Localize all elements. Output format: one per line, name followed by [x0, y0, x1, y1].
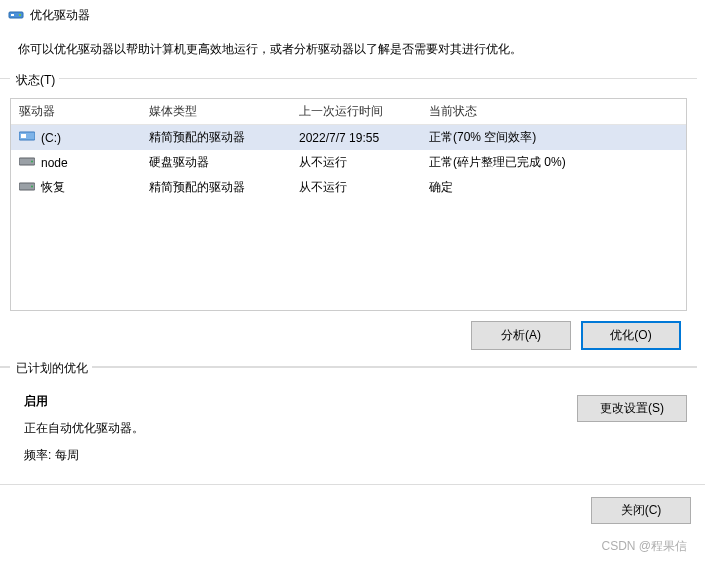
header-media[interactable]: 媒体类型 — [141, 99, 291, 124]
drive-hdd-icon — [19, 154, 35, 171]
change-settings-button[interactable]: 更改设置(S) — [577, 395, 687, 422]
drive-name: (C:) — [41, 131, 61, 145]
status-group: 状态(T) 驱动器 媒体类型 上一次运行时间 当前状态 (C:) 精简预配的驱动… — [0, 78, 697, 367]
analyze-button[interactable]: 分析(A) — [471, 321, 571, 350]
last-run: 从不运行 — [291, 150, 421, 175]
title-bar: 优化驱动器 — [0, 0, 705, 31]
close-button[interactable]: 关闭(C) — [591, 497, 691, 524]
drive-row[interactable]: 恢复 精简预配的驱动器 从不运行 确定 — [11, 175, 686, 200]
drive-row[interactable]: node 硬盘驱动器 从不运行 正常(碎片整理已完成 0%) — [11, 150, 686, 175]
last-run: 从不运行 — [291, 175, 421, 200]
schedule-group-label: 已计划的优化 — [10, 361, 92, 375]
current-status: 正常(70% 空间效率) — [421, 125, 686, 150]
app-icon — [8, 6, 24, 25]
media-type: 精简预配的驱动器 — [141, 175, 291, 200]
schedule-group: 已计划的优化 启用 正在自动优化驱动器。 频率: 每周 更改设置(S) — [0, 367, 697, 484]
window-title: 优化驱动器 — [30, 7, 90, 24]
drive-row[interactable]: (C:) 精简预配的驱动器 2022/7/7 19:55 正常(70% 空间效率… — [11, 125, 686, 150]
watermark: CSDN @程果信 — [601, 538, 687, 555]
schedule-enabled-label: 启用 — [24, 393, 144, 410]
list-body: (C:) 精简预配的驱动器 2022/7/7 19:55 正常(70% 空间效率… — [11, 125, 686, 200]
svg-point-2 — [19, 14, 21, 16]
last-run: 2022/7/7 19:55 — [291, 127, 421, 149]
current-status: 确定 — [421, 175, 686, 200]
header-drive[interactable]: 驱动器 — [11, 99, 141, 124]
svg-point-6 — [31, 161, 33, 163]
description-text: 你可以优化驱动器以帮助计算机更高效地运行，或者分析驱动器以了解是否需要对其进行优… — [0, 31, 705, 78]
svg-rect-4 — [21, 134, 26, 138]
footer-bar: 关闭(C) — [0, 484, 705, 534]
schedule-desc: 正在自动优化驱动器。 — [24, 420, 144, 437]
drive-name: 恢复 — [41, 179, 65, 196]
list-header: 驱动器 媒体类型 上一次运行时间 当前状态 — [11, 99, 686, 125]
drive-c-icon — [19, 129, 35, 146]
drive-name: node — [41, 156, 68, 170]
header-current-status[interactable]: 当前状态 — [421, 99, 686, 124]
media-type: 精简预配的驱动器 — [141, 125, 291, 150]
svg-rect-1 — [11, 14, 14, 16]
current-status: 正常(碎片整理已完成 0%) — [421, 150, 686, 175]
svg-point-8 — [31, 186, 33, 188]
schedule-text: 启用 正在自动优化驱动器。 频率: 每周 — [10, 389, 144, 474]
drive-hdd-icon — [19, 179, 35, 196]
drive-list: 驱动器 媒体类型 上一次运行时间 当前状态 (C:) 精简预配的驱动器 2022… — [10, 98, 687, 311]
status-buttons: 分析(A) 优化(O) — [10, 311, 687, 354]
header-last-run[interactable]: 上一次运行时间 — [291, 99, 421, 124]
status-group-label: 状态(T) — [10, 73, 59, 87]
optimize-button[interactable]: 优化(O) — [581, 321, 681, 350]
media-type: 硬盘驱动器 — [141, 150, 291, 175]
schedule-frequency: 频率: 每周 — [24, 447, 144, 464]
